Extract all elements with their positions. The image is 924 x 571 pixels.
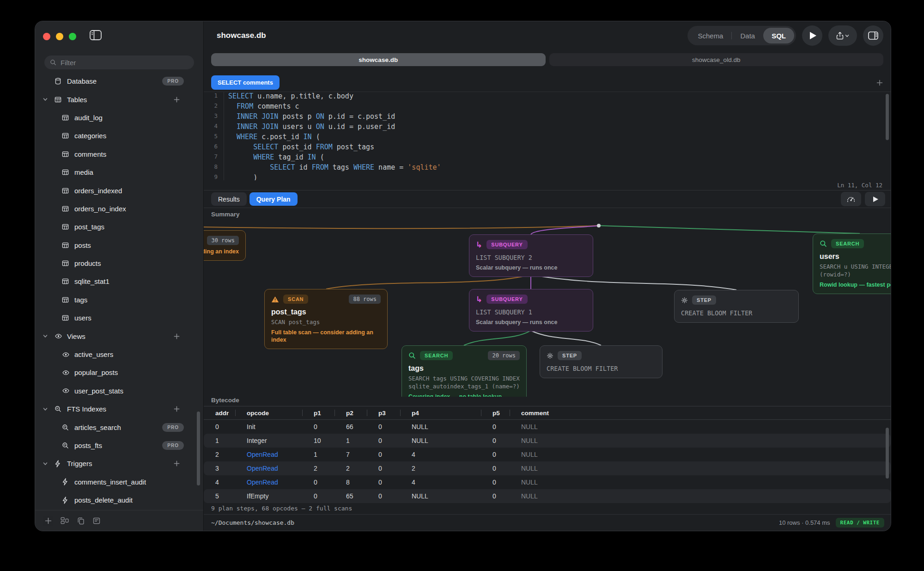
sidebar-item-orders-no-index[interactable]: orders_no_index — [35, 200, 203, 218]
sidebar-item-sqlite-stat1[interactable]: sqlite_stat1 — [35, 272, 203, 290]
close-window-button[interactable] — [43, 33, 50, 40]
sidebar-item-database[interactable]: DatabasePRO — [35, 72, 203, 90]
pro-badge: PRO — [162, 77, 184, 86]
sidebar-item-comments-insert-audit[interactable]: comments_insert_audit — [35, 473, 203, 491]
add-icon[interactable] — [44, 517, 52, 525]
search-icon — [55, 405, 66, 412]
tab-query-plan[interactable]: Query Plan — [249, 192, 298, 206]
table-row[interactable]: 3OpenRead22020NULL — [204, 461, 891, 475]
layout-board-icon[interactable] — [61, 517, 69, 524]
sidebar-item-tables[interactable]: Tables — [35, 90, 203, 108]
node-badge: STEP — [692, 295, 716, 305]
plan-edge-root-scan-left — [204, 226, 599, 228]
explain-timer-button[interactable] — [841, 192, 861, 206]
table-row[interactable]: 1Integer1010NULL0NULL — [204, 434, 891, 448]
copy-pages-icon[interactable] — [77, 517, 85, 525]
segment-sql[interactable]: SQL — [763, 28, 794, 43]
zoom-window-button[interactable] — [69, 33, 76, 40]
table-row[interactable]: 4OpenRead08040NULL — [204, 475, 891, 489]
cell-p1: 0 — [302, 475, 334, 489]
plan-node-scan-clipped[interactable]: 30 rowsdding an index — [204, 230, 246, 261]
plan-node-scan-post-tags[interactable]: SCAN88 rowspost_tagsSCAN post_tagsFull t… — [264, 289, 388, 349]
summary-heading: Summary — [211, 211, 240, 218]
add-icon[interactable] — [173, 333, 180, 340]
tab-results[interactable]: Results — [211, 192, 247, 206]
sidebar-item-post-tags[interactable]: post_tags — [35, 218, 203, 236]
sidebar-item-articles-search[interactable]: articles_searchPRO — [35, 418, 203, 436]
plan-node-step-bloom-2[interactable]: STEPCREATE BLOOM FILTER — [540, 345, 663, 378]
minimize-window-button[interactable] — [56, 33, 63, 40]
table-icon — [62, 242, 73, 249]
sidebar-item-tags[interactable]: tags — [35, 291, 203, 309]
editor-scrollbar[interactable] — [886, 94, 889, 140]
chevron-down-icon[interactable] — [43, 333, 55, 339]
plan-node-step-bloom-1[interactable]: STEPCREATE BLOOM FILTER — [674, 290, 799, 323]
plan-node-search-users[interactable]: SEARCHusersSEARCH u USING INTEGER (rowid… — [813, 233, 891, 294]
plan-node-search-tags[interactable]: SEARCH20 rowstagsSEARCH tags USING COVER… — [401, 345, 527, 397]
add-icon[interactable] — [173, 96, 180, 103]
cell-comment: NULL — [510, 434, 891, 448]
sidebar-item-posts-delete-audit[interactable]: posts_delete_audit — [35, 491, 203, 509]
cell-p3: 0 — [367, 461, 400, 475]
sidebar-item-comments[interactable]: comments — [35, 145, 203, 163]
add-icon[interactable] — [173, 460, 180, 467]
code-line: 9 ) — [204, 173, 891, 180]
run-plan-button[interactable] — [865, 192, 885, 206]
node-header: STEP — [547, 351, 656, 360]
table-row[interactable]: 2OpenRead17040NULL — [204, 448, 891, 461]
code-line: 1SELECT u.name, p.title, c.body — [204, 92, 891, 102]
query-tab[interactable]: SELECT comments — [211, 75, 280, 90]
add-icon[interactable] — [173, 405, 180, 412]
plan-edge-subquery1-step2 — [531, 331, 601, 345]
run-query-button[interactable] — [802, 25, 822, 46]
share-button[interactable] — [828, 25, 857, 46]
table-row[interactable]: 0Init0660NULL0NULL — [204, 420, 891, 434]
cell-p1: 1 — [302, 448, 334, 461]
sidebar-item-media[interactable]: media — [35, 163, 203, 181]
bytecode-heading: Bytecode — [211, 397, 239, 404]
node-detail: SEARCH u USING INTEGER (rowid=?) — [820, 263, 891, 278]
plan-node-subquery-1[interactable]: ↳SUBQUERYLIST SUBQUERY 1Scalar subquery … — [469, 289, 593, 332]
plan-node-subquery-2[interactable]: ↳SUBQUERYLIST SUBQUERY 2Scalar subquery … — [469, 234, 593, 277]
bytecode-scrollbar[interactable] — [886, 428, 889, 479]
sidebar-item-posts[interactable]: posts — [35, 236, 203, 254]
sidebar-item-orders-indexed[interactable]: orders_indexed — [35, 181, 203, 199]
play-icon — [873, 196, 878, 202]
code-text: INNER JOIN posts p ON p.id = c.post_id — [224, 112, 395, 123]
sidebar-item-popular-posts[interactable]: popular_posts — [35, 363, 203, 381]
sidebar-item-posts-fts[interactable]: posts_ftsPRO — [35, 436, 203, 454]
chevron-down-icon[interactable] — [43, 406, 55, 412]
sidebar-item-categories[interactable]: categories — [35, 127, 203, 145]
sidebar-item-products[interactable]: products — [35, 254, 203, 272]
bolt-icon — [62, 478, 73, 485]
segment-schema[interactable]: Schema — [689, 28, 731, 43]
chevron-down-icon[interactable] — [43, 461, 55, 467]
note-icon[interactable] — [93, 517, 100, 524]
sidebar-item-active-users[interactable]: active_users — [35, 345, 203, 363]
add-query-icon[interactable] — [876, 79, 883, 86]
column-header-p3: p3 — [367, 406, 400, 419]
line-number: 7 — [204, 153, 224, 163]
table-row[interactable]: 5IfEmpty0650NULL0NULL — [204, 489, 891, 503]
node-note: Covering index — no table lookup — [408, 393, 520, 397]
table-icon — [62, 278, 73, 285]
chevron-down-icon[interactable] — [43, 97, 55, 102]
sidebar-item-fts-indexes[interactable]: FTS Indexes — [35, 400, 203, 418]
sidebar-item-triggers[interactable]: Triggers — [35, 454, 203, 473]
segment-data[interactable]: Data — [732, 28, 763, 43]
sidebar-item-user-post-stats[interactable]: user_post_stats — [35, 382, 203, 400]
layout-columns-button[interactable] — [863, 25, 883, 46]
sidebar-item-views[interactable]: Views — [35, 327, 203, 345]
code-line: 2 FROM comments c — [204, 102, 891, 112]
sidebar-scrollbar[interactable] — [197, 411, 200, 485]
sql-editor[interactable]: 1SELECT u.name, p.title, c.body2 FROM co… — [204, 92, 891, 180]
doc-tab-showcase-old-db[interactable]: showcase_old.db — [549, 53, 884, 66]
filter-field[interactable] — [44, 55, 194, 69]
doc-tab-showcase-db[interactable]: showcase.db — [211, 53, 546, 66]
line-number: 6 — [204, 143, 224, 153]
sidebar-toggle-icon[interactable] — [90, 30, 102, 40]
line-number: 2 — [204, 102, 224, 112]
sidebar-item-audit-log[interactable]: audit_log — [35, 109, 203, 127]
filter-input[interactable] — [60, 58, 188, 67]
sidebar-item-users[interactable]: users — [35, 309, 203, 327]
